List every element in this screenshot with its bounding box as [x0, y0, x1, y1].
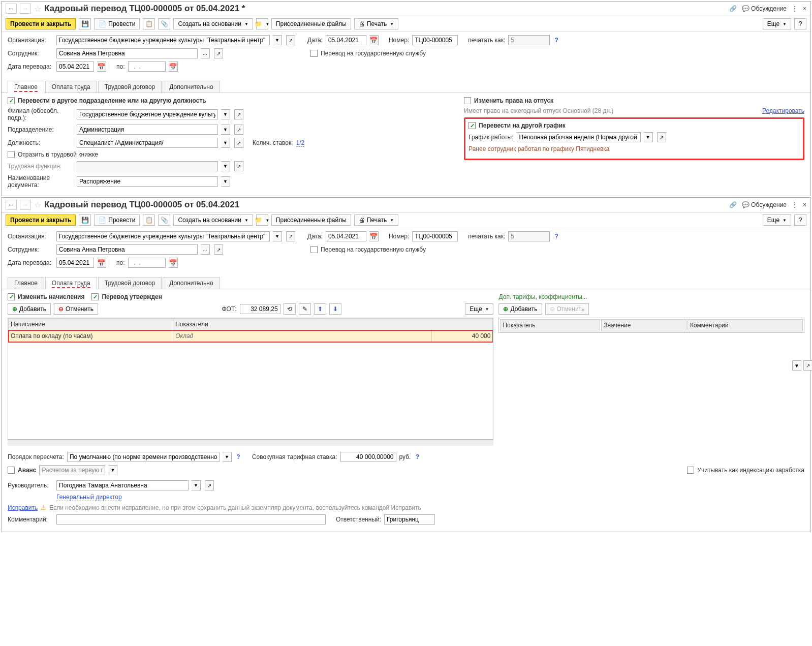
forward-button[interactable]: → [20, 4, 31, 14]
create-based-button-2[interactable]: Создать на основании▼ [173, 214, 253, 226]
dept-dd[interactable]: ▼ [221, 125, 230, 135]
print-button-2[interactable]: 🖨 Печать▼ [354, 214, 398, 226]
post-close-button[interactable]: Провести и закрыть [6, 18, 76, 29]
folder-button[interactable]: 📁▼ [256, 18, 268, 29]
star-icon[interactable]: ☆ [34, 4, 41, 14]
manager-pos-link[interactable]: Генеральный директор [56, 494, 122, 501]
edit-pencil-button[interactable]: ✎ [299, 303, 311, 315]
save-button-2[interactable]: 💾 [79, 214, 91, 226]
employee-input-2[interactable] [56, 244, 198, 255]
tdate-cal[interactable]: 📅 [97, 61, 106, 72]
printas-input-2[interactable] [508, 231, 550, 241]
tab-extra[interactable]: Дополнительно [163, 81, 220, 93]
pos-input[interactable] [77, 138, 218, 148]
recalc-help[interactable]: ? [235, 453, 242, 460]
star-icon-2[interactable]: ☆ [34, 200, 41, 210]
attach-icon[interactable]: 📎 [158, 18, 170, 29]
th-comment[interactable]: Комментарий [688, 319, 803, 331]
manager-open[interactable]: ↗ [205, 480, 214, 490]
gov-transfer-check-2[interactable] [310, 246, 318, 253]
more-button[interactable]: Еще▼ [763, 18, 791, 29]
printas-input[interactable] [508, 35, 550, 45]
schedule-open[interactable]: ↗ [657, 132, 666, 142]
tab-contract[interactable]: Трудовой договор [98, 81, 162, 93]
back-button[interactable]: ← [6, 4, 17, 14]
number-input[interactable] [412, 35, 458, 45]
menu-icon-2[interactable]: ⋮ [792, 201, 798, 208]
side-dd[interactable]: ▼ [792, 360, 801, 371]
table-row[interactable]: Оплата по окладу (по часам) Оклад 40 000 [9, 330, 493, 342]
th-accrual[interactable]: Начисление [9, 319, 173, 330]
refresh-button[interactable]: ⟲ [284, 303, 296, 315]
create-based-button[interactable]: Создать на основании▼ [173, 18, 253, 29]
post-button-2[interactable]: 📄 Провести [94, 214, 140, 226]
todate-cal[interactable]: 📅 [169, 61, 178, 72]
cancel-coeff-button[interactable]: ⊖ Отменить [545, 303, 589, 315]
tdate-cal-2[interactable]: 📅 [97, 258, 106, 268]
transfer-date-input[interactable] [56, 61, 94, 72]
org-open-2[interactable]: ↗ [286, 231, 295, 241]
employee-open-2[interactable]: ↗ [214, 244, 223, 255]
docname-input[interactable] [77, 176, 218, 187]
help-button-2[interactable]: ? [794, 214, 806, 226]
fot-input[interactable] [240, 304, 280, 314]
close-icon[interactable]: × [803, 5, 806, 12]
attached-files-button-2[interactable]: Присоединенные файлы [271, 214, 351, 226]
func-open[interactable]: ↗ [234, 161, 243, 171]
date-input[interactable] [326, 35, 366, 45]
discussion-button-2[interactable]: 💬 Обсуждение [742, 201, 787, 208]
org-dd[interactable]: ▼ [273, 35, 282, 45]
attached-files-button[interactable]: Присоединенные файлы [271, 18, 351, 29]
comment-input[interactable] [56, 514, 326, 525]
extra-tariffs[interactable]: Доп. тарифы, коэффициенты... [498, 293, 587, 300]
manager-input[interactable] [56, 480, 189, 490]
move-up-button[interactable]: ⬆ [314, 303, 326, 315]
help-printas[interactable]: ? [553, 37, 560, 44]
rates-link[interactable]: 1/2 [296, 139, 305, 147]
tab-pay[interactable]: Оплата труда [45, 81, 97, 93]
date-cal[interactable]: 📅 [369, 35, 379, 45]
more-button-2[interactable]: Еще▼ [763, 214, 791, 226]
folder-button-2[interactable]: 📁▼ [256, 214, 268, 226]
index-check[interactable] [687, 467, 694, 474]
org-input-2[interactable] [56, 231, 270, 241]
dept-input[interactable] [77, 125, 218, 135]
link-icon-2[interactable]: 🔗 [729, 201, 737, 208]
th-indicators[interactable]: Показатели [173, 319, 493, 330]
tab2-pay[interactable]: Оплата труда [45, 277, 97, 289]
schedule-dd[interactable]: ▼ [644, 132, 653, 142]
add-coeff-button[interactable]: ⊕ Добавить [498, 303, 542, 315]
to-date-input-2[interactable] [128, 258, 166, 268]
agg-help[interactable]: ? [414, 453, 421, 460]
change-accruals-check[interactable] [8, 293, 15, 300]
cancel-button[interactable]: ⊖ Отменить [54, 303, 98, 315]
lines-icon[interactable]: 📋 [143, 18, 155, 29]
scrollbar-h[interactable] [8, 440, 493, 446]
discussion-button[interactable]: 💬 Обсуждение [742, 5, 787, 12]
attach-icon-2[interactable]: 📎 [158, 214, 170, 226]
employee-dd[interactable]: … [201, 48, 210, 58]
func-dd[interactable]: ▼ [221, 161, 230, 171]
schedule-check[interactable] [469, 122, 476, 129]
more-accruals-button[interactable]: Еще▼ [465, 303, 493, 315]
branch-open[interactable]: ↗ [234, 109, 243, 119]
to-date-input[interactable] [128, 61, 166, 72]
employee-open[interactable]: ↗ [214, 48, 223, 58]
transfer-date-input-2[interactable] [56, 258, 94, 268]
tab2-extra[interactable]: Дополнительно [163, 277, 220, 289]
org-input[interactable] [56, 35, 270, 45]
lines-icon-2[interactable]: 📋 [143, 214, 155, 226]
side-open[interactable]: ↗ [803, 360, 812, 371]
org-dd-2[interactable]: ▼ [273, 231, 282, 241]
tab2-contract[interactable]: Трудовой договор [98, 277, 162, 289]
recalc-input[interactable] [67, 452, 220, 462]
link-icon[interactable]: 🔗 [729, 5, 737, 12]
advance-dd[interactable]: ▼ [108, 465, 117, 475]
employee-dd-2[interactable]: … [201, 244, 210, 255]
workbook-check[interactable] [8, 151, 15, 158]
gov-transfer-check[interactable] [310, 50, 318, 57]
recalc-dd[interactable]: ▼ [223, 452, 232, 462]
advance-check[interactable] [8, 467, 15, 474]
agg-rate-input[interactable] [340, 452, 396, 462]
tab2-main[interactable]: Главное [8, 277, 44, 289]
